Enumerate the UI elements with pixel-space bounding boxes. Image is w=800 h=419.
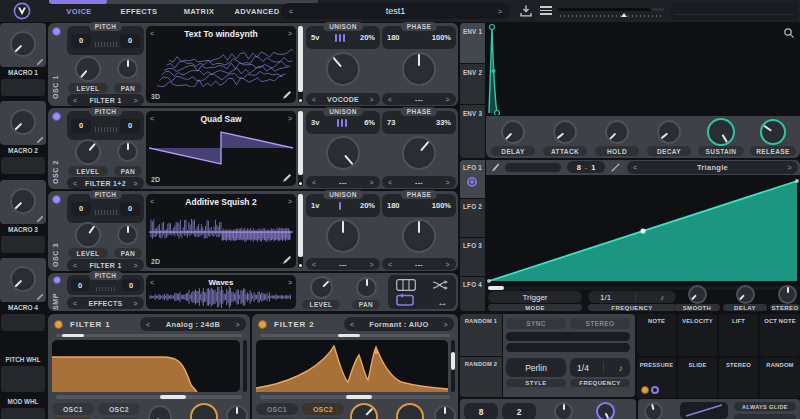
- macro4-mod-strip[interactable]: [1, 314, 45, 331]
- macro1-edit-icon[interactable]: [36, 58, 43, 65]
- osc1-routing-selector[interactable]: <FILTER 1>: [67, 94, 144, 106]
- source-oct-note[interactable]: OCT NOTE: [760, 314, 800, 356]
- preset-next-arrow[interactable]: >: [498, 8, 502, 15]
- osc3-view-mode[interactable]: 2D: [151, 258, 160, 265]
- osc2-phase-value[interactable]: 73: [387, 118, 395, 127]
- paint-width-slider[interactable]: [505, 163, 561, 172]
- osc1-unison-detune[interactable]: 20%: [360, 33, 375, 42]
- pitch-wheel-strip[interactable]: [1, 366, 45, 392]
- voice-knob-a[interactable]: [554, 402, 573, 419]
- osc1-wavetable-display[interactable]: <Text To windsynth> 3D: [146, 26, 296, 103]
- osc2-frame-slider[interactable]: [298, 111, 303, 186]
- lfo-grid-box[interactable]: 8-1: [567, 161, 605, 173]
- tab-advanced[interactable]: ADVANCED: [228, 7, 286, 16]
- osc2-edit-pencil-icon[interactable]: [282, 173, 292, 183]
- paint-icon[interactable]: [490, 162, 501, 173]
- lfo-delay-knob[interactable]: [736, 285, 755, 304]
- osc1-enable-dot[interactable]: [52, 27, 61, 36]
- source-pressure[interactable]: PRESSURE: [637, 358, 676, 398]
- osc1-level-knob[interactable]: [75, 56, 101, 82]
- source-lift[interactable]: LIFT: [719, 314, 758, 356]
- keytrack-icon[interactable]: [396, 279, 416, 291]
- osc3-transpose[interactable]: 0: [71, 202, 91, 216]
- lfo-smooth-knob[interactable]: [688, 285, 707, 304]
- macro2-edit-icon[interactable]: [36, 136, 43, 143]
- random-note-icon[interactable]: ♪: [618, 363, 623, 373]
- source-velocity[interactable]: VELOCITY: [678, 314, 717, 356]
- macro2-mod-strip[interactable]: [1, 157, 45, 174]
- random1-tab[interactable]: RANDOM 1: [460, 314, 502, 356]
- osc3-wave-name[interactable]: Additive Squish 2: [185, 197, 256, 207]
- osc1-frame-slider[interactable]: [298, 26, 303, 103]
- osc1-view-mode[interactable]: 3D: [151, 93, 160, 100]
- env-delay-knob[interactable]: [501, 120, 525, 144]
- always-glide-button[interactable]: ALWAYS GLIDE: [734, 402, 796, 411]
- macro4-edit-icon[interactable]: [36, 293, 43, 300]
- osc3-unison-knob[interactable]: [326, 219, 360, 253]
- osc2-enable-dot[interactable]: [52, 112, 61, 121]
- lfo-stereo-knob[interactable]: [778, 285, 797, 304]
- macro1-mod-strip[interactable]: [1, 79, 45, 96]
- osc2-unison-mode-selector[interactable]: <--->: [306, 176, 380, 188]
- macro4-knob[interactable]: [10, 266, 36, 292]
- lfo4-tab[interactable]: LFO 4: [460, 277, 485, 311]
- osc3-unison-mode-selector[interactable]: <--->: [306, 258, 380, 270]
- osc2-unison-voices[interactable]: 3v: [311, 118, 319, 127]
- random-frequency-box[interactable]: 1/4 ♪: [570, 358, 630, 377]
- env1-tab[interactable]: ENV 1: [460, 23, 485, 63]
- smp-transpose[interactable]: 0: [71, 279, 89, 291]
- osc2-level-knob[interactable]: [75, 139, 101, 165]
- env3-tab[interactable]: ENV 3: [460, 105, 485, 158]
- random2-tab[interactable]: RANDOM 2: [460, 357, 502, 397]
- tab-matrix[interactable]: MATRIX: [174, 7, 224, 16]
- random-style-box[interactable]: Perlin: [506, 358, 566, 377]
- osc3-pan-knob[interactable]: [117, 224, 138, 245]
- macro2-knob[interactable]: [10, 109, 36, 135]
- lfo1-tab[interactable]: LFO 1: [460, 160, 485, 198]
- pressure-dot-purple[interactable]: [651, 386, 659, 394]
- osc1-transpose[interactable]: 0: [71, 34, 91, 48]
- random-phase-icon[interactable]: [432, 279, 448, 291]
- osc3-frame-slider[interactable]: [298, 194, 303, 268]
- macro3-edit-icon[interactable]: [36, 215, 43, 222]
- osc3-routing-selector[interactable]: <FILTER 1>: [67, 259, 144, 271]
- env-release-knob[interactable]: [760, 119, 786, 145]
- filter1-resonance-knob[interactable]: [226, 405, 248, 419]
- source-random[interactable]: RANDOM: [760, 358, 800, 398]
- osc3-level-knob[interactable]: [75, 222, 101, 248]
- osc1-tune[interactable]: 0: [120, 34, 140, 48]
- osc3-unison-voices[interactable]: 1v: [311, 201, 319, 210]
- filter1-cutoff-slider[interactable]: [56, 395, 242, 399]
- smp-sample-display[interactable]: <Waves>: [146, 275, 296, 309]
- filter1-enable-dot[interactable]: [54, 320, 63, 329]
- macro3-mod-strip[interactable]: [1, 236, 45, 253]
- filter2-cutoff-slider[interactable]: [260, 395, 450, 399]
- osc1-wave-next[interactable]: >: [288, 30, 292, 37]
- filter1-response-display[interactable]: [52, 340, 240, 392]
- env-hold-knob[interactable]: [605, 120, 629, 144]
- osc2-unison-knob[interactable]: [326, 136, 360, 170]
- osc2-phase-mode-selector[interactable]: <--->: [382, 176, 456, 188]
- osc2-routing-selector[interactable]: <FILTER 1+2>: [67, 177, 144, 189]
- osc2-view-mode[interactable]: 2D: [151, 176, 160, 183]
- voice-knob-b[interactable]: [596, 402, 615, 419]
- filter1-resonance-track[interactable]: [243, 340, 247, 392]
- filter2-morph-slider[interactable]: [260, 334, 450, 337]
- smooth-line-icon[interactable]: [610, 162, 621, 173]
- zoom-icon[interactable]: [783, 27, 795, 39]
- lfo2-tab[interactable]: LFO 2: [460, 199, 485, 237]
- voice-count-box[interactable]: 8: [464, 403, 498, 419]
- osc3-unison-detune[interactable]: 20%: [360, 201, 375, 210]
- smp-level-knob[interactable]: [310, 276, 333, 299]
- random-stereo-button[interactable]: STEREO: [570, 318, 630, 329]
- env-display[interactable]: [486, 23, 800, 115]
- osc1-phase-knob[interactable]: [402, 52, 436, 86]
- osc3-tune[interactable]: 0: [120, 202, 140, 216]
- osc3-phase-rand[interactable]: 100%: [432, 201, 451, 210]
- preset-name[interactable]: test1: [386, 6, 406, 16]
- env-decay-knob[interactable]: [657, 120, 681, 144]
- env2-tab[interactable]: ENV 2: [460, 64, 485, 104]
- osc2-phase-rand[interactable]: 33%: [436, 118, 451, 127]
- env-sustain-knob[interactable]: [707, 118, 735, 146]
- smp-tune[interactable]: 0: [122, 279, 140, 291]
